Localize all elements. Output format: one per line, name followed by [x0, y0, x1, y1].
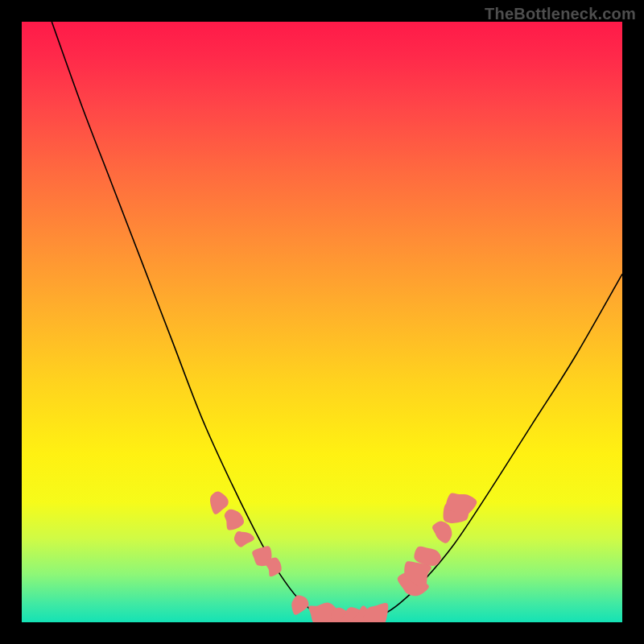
blob-left-2	[225, 510, 244, 530]
watermark-text: TheBottleneck.com	[485, 5, 636, 23]
bottleneck-curve	[52, 22, 622, 621]
blob-left-3	[234, 531, 254, 547]
blob-right-4	[432, 521, 452, 543]
curve-markers	[210, 492, 477, 622]
chart-area	[22, 22, 622, 622]
blob-bottom-7	[364, 603, 389, 622]
blob-bottom-1	[291, 596, 308, 615]
bottleneck-chart	[22, 22, 622, 622]
blob-left-1	[210, 492, 229, 514]
